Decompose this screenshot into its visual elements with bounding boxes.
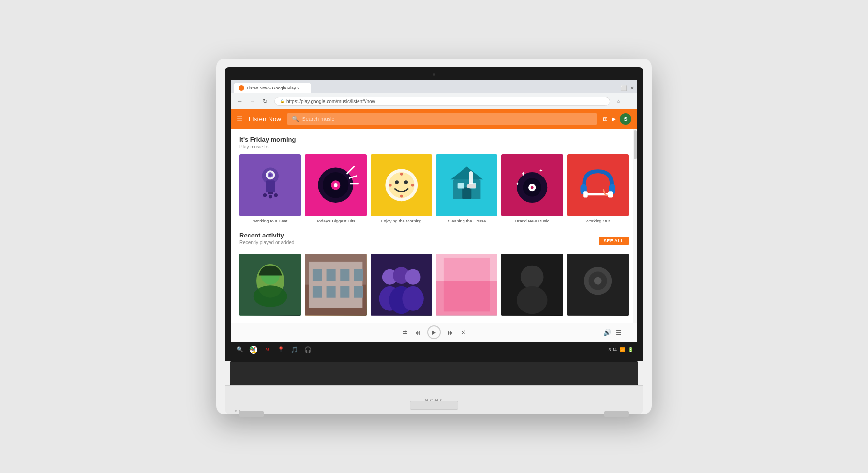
card-brand-new-music[interactable]: ✦ ✦ ✦ Brand New Music xyxy=(501,154,563,224)
album-art-3 xyxy=(371,254,432,315)
recent-album-2[interactable] xyxy=(305,254,366,315)
close-btn[interactable]: ✕ xyxy=(630,85,634,91)
laptop-device: Listen Now - Google Play × — ⬜ ✕ ← → ↻ xyxy=(216,59,652,414)
tab-title: Listen Now - Google Play × xyxy=(247,86,299,90)
morning-section: It's Friday morning Play music for... xyxy=(239,136,629,224)
morning-subtitle: Play music for... xyxy=(239,144,629,149)
back-btn[interactable]: ← xyxy=(235,96,245,106)
recent-album-1[interactable] xyxy=(239,254,301,315)
svg-point-69 xyxy=(521,266,544,289)
nav-buttons: ← → ↻ xyxy=(235,96,270,106)
album-art-5 xyxy=(501,254,563,315)
gpm-header: ☰ Listen Now 🔍 ⊞ ▶ S xyxy=(231,109,637,129)
hamburger-menu-icon[interactable]: ☰ xyxy=(237,115,243,123)
reload-btn[interactable]: ↻ xyxy=(260,96,270,106)
apps-grid-icon[interactable]: ⊞ xyxy=(603,116,608,122)
taskbar-search-icon[interactable]: 🔍 xyxy=(235,344,245,355)
album-art-6 xyxy=(567,254,629,315)
svg-text:✦: ✦ xyxy=(539,168,543,173)
next-btn[interactable]: ⏭ xyxy=(448,329,454,336)
minimize-btn[interactable]: — xyxy=(612,86,617,91)
svg-text:✦: ✦ xyxy=(516,182,520,186)
recent-subtitle: Recently played or added xyxy=(239,240,294,245)
card-enjoying-morning-label: Enjoying the Morning xyxy=(371,219,432,224)
wifi-icon: 📶 xyxy=(620,347,625,352)
biggest-hits-illustration xyxy=(313,162,359,208)
address-bar[interactable]: 🔒 https://play.google.com/music/listen#/… xyxy=(274,97,610,106)
cleaning-house-illustration xyxy=(444,162,490,208)
svg-point-34 xyxy=(531,186,534,189)
card-working-out[interactable]: Working Out xyxy=(567,154,629,224)
morning-title: It's Friday morning xyxy=(239,136,629,143)
gpm-app: ☰ Listen Now 🔍 ⊞ ▶ S xyxy=(231,109,637,341)
prev-btn[interactable]: ⏮ xyxy=(414,329,420,336)
svg-rect-54 xyxy=(313,286,322,298)
chrome-svg xyxy=(249,345,258,354)
svg-point-22 xyxy=(395,180,399,184)
play-pause-btn[interactable]: ▶ xyxy=(427,325,441,339)
taskbar-gmail-icon[interactable]: M xyxy=(262,344,272,355)
svg-rect-55 xyxy=(327,286,336,298)
touchpad[interactable] xyxy=(410,401,458,410)
recent-album-5[interactable] xyxy=(501,254,563,315)
taskbar-time: 3:14 xyxy=(608,347,617,352)
working-beat-illustration xyxy=(247,162,293,208)
card-cleaning-house[interactable]: Cleaning the House xyxy=(436,154,497,224)
svg-point-3 xyxy=(263,193,267,197)
taskbar-maps-icon[interactable]: 📍 xyxy=(275,344,286,355)
svg-rect-49 xyxy=(309,262,362,308)
album-art-4 xyxy=(436,254,497,315)
card-working-beat[interactable]: Working to a Beat xyxy=(239,154,301,224)
browser-controls: ← → ↻ 🔒 https://play.google.com/music/li… xyxy=(231,93,637,109)
taskbar-right: 3:14 📶 🔋 xyxy=(608,347,633,352)
tab-favicon xyxy=(239,85,244,91)
taskbar-headphones-icon[interactable]: 🎧 xyxy=(302,344,313,355)
svg-point-18 xyxy=(400,173,403,176)
maximize-btn[interactable]: ⬜ xyxy=(620,85,627,91)
bookmark-btn[interactable]: ☆ xyxy=(614,97,623,105)
svg-rect-51 xyxy=(327,269,336,281)
card-biggest-hits-label: Today's Biggest Hits xyxy=(305,219,366,224)
enjoying-morning-illustration xyxy=(378,162,424,208)
active-tab[interactable]: Listen Now - Google Play × xyxy=(234,83,311,93)
app-title: Listen Now xyxy=(249,116,281,123)
menu-btn[interactable]: ⋮ xyxy=(625,97,633,105)
ssl-lock-icon: 🔒 xyxy=(280,99,284,103)
card-biggest-hits[interactable]: Today's Biggest Hits xyxy=(305,154,366,224)
card-enjoying-morning[interactable]: Enjoying the Morning xyxy=(371,154,432,224)
url-text: https://play.google.com/music/listen#/no… xyxy=(286,99,375,104)
player-controls: ⇄ ⏮ ▶ ⏭ ✕ 🔊 ☰ xyxy=(237,325,631,339)
card-working-beat-label: Working to a Beat xyxy=(239,219,301,224)
laptop-base: acer xyxy=(225,385,643,414)
recent-header: Recent activity Recently played or added… xyxy=(239,232,629,250)
taskbar-music-icon[interactable]: 🎵 xyxy=(289,344,299,355)
svg-point-5 xyxy=(269,195,272,199)
card-cleaning-house-img xyxy=(436,154,497,216)
volume-icon[interactable]: 🔊 xyxy=(603,329,611,336)
cast-icon[interactable]: ▶ xyxy=(612,116,616,122)
svg-point-17 xyxy=(389,172,414,198)
svg-point-21 xyxy=(411,184,414,187)
svg-rect-57 xyxy=(354,286,363,298)
svg-point-23 xyxy=(404,180,408,184)
scrollbar-track[interactable] xyxy=(633,129,637,322)
search-input[interactable] xyxy=(302,116,592,122)
recent-album-4[interactable] xyxy=(436,254,497,315)
svg-marker-25 xyxy=(450,167,483,180)
taskbar-chrome-icon[interactable] xyxy=(248,344,259,355)
queue-icon[interactable]: ☰ xyxy=(616,329,622,336)
svg-rect-67 xyxy=(444,258,490,311)
search-bar[interactable]: 🔍 xyxy=(287,113,597,125)
svg-point-64 xyxy=(402,286,424,311)
browser-tabs: Listen Now - Google Play × — ⬜ ✕ xyxy=(234,83,634,93)
shuffle-btn[interactable]: ⇄ xyxy=(403,329,407,336)
recent-album-6[interactable] xyxy=(567,254,629,315)
hinge-right xyxy=(604,411,629,417)
recent-album-3[interactable] xyxy=(371,254,432,315)
close-player-btn[interactable]: ✕ xyxy=(461,329,466,336)
user-avatar[interactable]: S xyxy=(620,113,631,125)
see-all-button[interactable]: SEE ALL xyxy=(599,236,629,245)
player-right-controls: 🔊 ☰ xyxy=(603,329,622,336)
svg-point-12 xyxy=(334,183,338,187)
forward-btn[interactable]: → xyxy=(247,96,258,106)
